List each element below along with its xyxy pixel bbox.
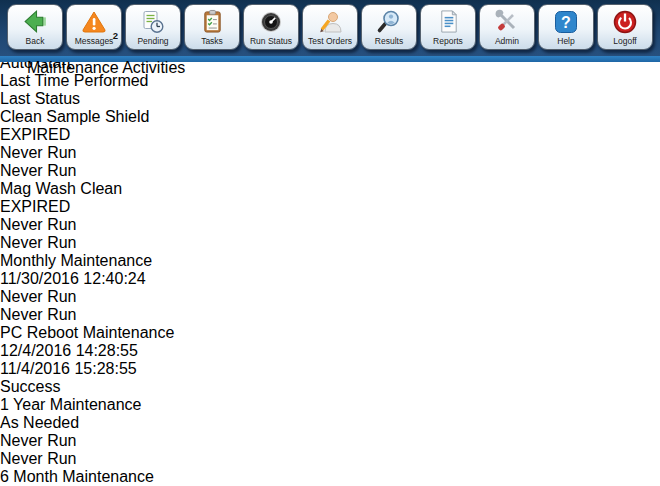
last-status-cell: Never Run bbox=[0, 450, 660, 468]
magnifier-person-icon bbox=[362, 8, 416, 35]
person-pencil-icon bbox=[303, 8, 357, 35]
svg-text:?: ? bbox=[561, 13, 571, 30]
table-row[interactable]: PC Reboot Maintenance 12/4/2016 14:28:55… bbox=[0, 324, 660, 396]
due-cell: EXPIRED bbox=[0, 198, 660, 216]
task-name-cell: Monthly Maintenance bbox=[0, 252, 660, 270]
last-time-performed-cell: Never Run bbox=[0, 216, 660, 234]
pending-button[interactable]: Pending bbox=[125, 4, 181, 50]
task-name-cell: Mag Wash Clean bbox=[0, 180, 660, 198]
logoff-button[interactable]: Logoff bbox=[597, 4, 653, 50]
task-name-cell: PC Reboot Maintenance bbox=[0, 324, 660, 342]
table-row[interactable]: Clean Sample Shield EXPIRED Never Run Ne… bbox=[0, 108, 660, 180]
last-status-cell: Never Run bbox=[0, 306, 660, 324]
maintenance-activities-screen: Back Messages 2 Pending Tasks bbox=[0, 0, 660, 486]
admin-button[interactable]: Admin bbox=[479, 4, 535, 50]
report-document-icon bbox=[421, 8, 475, 35]
due-cell: EXPIRED bbox=[0, 126, 660, 144]
task-name-cell: 6 Month Maintenance bbox=[0, 468, 660, 486]
due-cell: 11/30/2016 12:40:24 bbox=[0, 270, 660, 288]
last-time-performed-cell: Never Run bbox=[0, 288, 660, 306]
run-status-button[interactable]: Run Status bbox=[243, 4, 299, 50]
pending-document-clock-icon bbox=[126, 8, 180, 35]
tasks-button[interactable]: Tasks bbox=[184, 4, 240, 50]
clipboard-checklist-icon bbox=[185, 8, 239, 35]
results-button[interactable]: Results bbox=[361, 4, 417, 50]
power-icon bbox=[598, 8, 652, 35]
help-button[interactable]: ? Help bbox=[538, 4, 594, 50]
question-mark-icon: ? bbox=[539, 8, 593, 35]
table-row[interactable]: 6 Month Maintenance As Needed Never Run … bbox=[0, 468, 660, 486]
task-name-cell: Clean Sample Shield bbox=[0, 108, 660, 126]
column-header-last-status[interactable]: Last Status bbox=[0, 90, 660, 108]
last-status-cell: Never Run bbox=[0, 234, 660, 252]
messages-count-badge: 2 bbox=[113, 30, 118, 41]
back-button[interactable]: Back bbox=[7, 4, 63, 50]
gauge-icon bbox=[244, 8, 298, 35]
last-time-performed-cell: 11/4/2016 15:28:55 bbox=[0, 360, 660, 378]
top-toolbar: Back Messages 2 Pending Tasks bbox=[0, 0, 660, 56]
due-cell: 12/4/2016 14:28:55 bbox=[0, 342, 660, 360]
table-row[interactable]: 1 Year Maintenance As Needed Never Run N… bbox=[0, 396, 660, 468]
tools-icon bbox=[480, 8, 534, 35]
table-row[interactable]: Monthly Maintenance 11/30/2016 12:40:24 … bbox=[0, 252, 660, 324]
back-icon bbox=[8, 8, 62, 35]
messages-button[interactable]: Messages 2 bbox=[66, 4, 122, 50]
last-time-performed-cell: Never Run bbox=[0, 144, 660, 162]
test-orders-button[interactable]: Test Orders bbox=[302, 4, 358, 50]
page-title: Maintenance Activities bbox=[27, 59, 448, 81]
table-row[interactable]: Mag Wash Clean EXPIRED Never Run Never R… bbox=[0, 180, 660, 252]
last-status-cell: Never Run bbox=[0, 162, 660, 180]
table-body: Clean Sample Shield EXPIRED Never Run Ne… bbox=[0, 108, 660, 486]
last-time-performed-cell: Never Run bbox=[0, 432, 660, 450]
reports-button[interactable]: Reports bbox=[420, 4, 476, 50]
last-status-cell: Success bbox=[0, 378, 660, 396]
task-name-cell: 1 Year Maintenance bbox=[0, 396, 660, 414]
due-cell: As Needed bbox=[0, 414, 660, 432]
